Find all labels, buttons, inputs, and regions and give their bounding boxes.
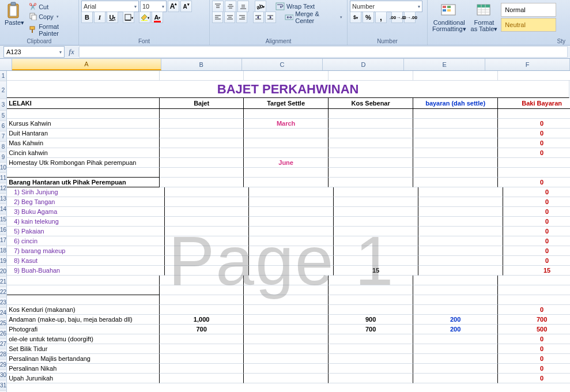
cell[interactable]: Cincin kahwin [7, 148, 160, 158]
cell[interactable] [244, 138, 329, 148]
cell[interactable] [418, 197, 503, 207]
copy-button[interactable]: Copy▾ [27, 12, 76, 22]
border-button[interactable]: ▾ [123, 12, 134, 23]
cell[interactable] [413, 109, 498, 119]
cell[interactable] [329, 354, 413, 364]
cell[interactable]: 1) Sirih Junjung [7, 187, 165, 197]
cell[interactable] [244, 276, 329, 285]
cell[interactable] [244, 168, 329, 178]
fill-color-button[interactable]: ▾ [139, 12, 150, 23]
cell[interactable] [413, 178, 498, 187]
cell[interactable]: 500 [498, 325, 570, 334]
cell[interactable] [334, 187, 418, 197]
cell[interactable] [413, 129, 498, 138]
cell[interactable] [498, 71, 570, 81]
cell[interactable]: Kursus Kahwin [7, 119, 160, 129]
cell[interactable]: 0 [498, 138, 570, 148]
cell[interactable] [160, 158, 244, 168]
cell[interactable] [249, 217, 334, 227]
format-as-table-button[interactable]: Formatas Table▾ [469, 1, 500, 32]
cell[interactable] [244, 71, 329, 81]
cell[interactable] [160, 109, 244, 119]
paste-button[interactable]: Paste▾ [2, 1, 27, 37]
cell[interactable] [329, 168, 413, 178]
select-all-corner[interactable] [0, 59, 12, 70]
cell[interactable] [413, 374, 498, 383]
header-baki[interactable]: Baki Bayaran [498, 98, 570, 109]
cell[interactable]: 0 [503, 197, 570, 207]
cell[interactable] [329, 178, 413, 187]
font-name-combo[interactable]: Arial▾ [81, 1, 139, 12]
percent-button[interactable]: % [363, 12, 374, 23]
cell[interactable] [7, 276, 160, 285]
cell[interactable] [160, 305, 244, 315]
cell[interactable] [160, 364, 244, 374]
cell[interactable] [329, 334, 413, 344]
cell[interactable] [249, 266, 334, 276]
row-header[interactable]: 16 [0, 225, 7, 235]
cell[interactable] [244, 109, 329, 119]
cell[interactable] [160, 295, 244, 305]
cell[interactable]: 8) Kasut [7, 256, 165, 266]
cell[interactable] [329, 148, 413, 158]
row-header[interactable]: 11 [0, 173, 7, 183]
row-header[interactable]: 22 [0, 287, 7, 297]
cell[interactable] [334, 207, 418, 217]
cell[interactable] [165, 227, 249, 236]
font-color-button[interactable]: A ▾ [152, 12, 163, 23]
cell[interactable] [418, 207, 503, 217]
col-header-f[interactable]: F [485, 59, 570, 70]
col-header-e[interactable]: E [404, 59, 485, 70]
cell[interactable]: 6) cincin [7, 236, 165, 246]
cell[interactable] [160, 374, 244, 383]
cell[interactable] [160, 344, 244, 354]
number-format-combo[interactable]: Number▾ [350, 1, 422, 12]
cell[interactable] [244, 364, 329, 374]
row-header[interactable]: 2 [0, 81, 7, 99]
cell[interactable]: 0 [503, 236, 570, 246]
cell[interactable] [7, 285, 160, 295]
cell[interactable] [165, 197, 249, 207]
cell[interactable]: 0 [498, 364, 570, 374]
align-center-button[interactable] [224, 12, 235, 23]
cell[interactable] [329, 285, 413, 295]
cell[interactable] [165, 207, 249, 217]
row-header[interactable]: 23 [0, 297, 7, 308]
cell[interactable] [413, 276, 498, 285]
cell[interactable]: 900 [329, 315, 413, 325]
col-header-b[interactable]: B [161, 59, 242, 70]
cell[interactable]: 0 [503, 187, 570, 197]
cell[interactable] [244, 354, 329, 364]
increase-decimal-button[interactable]: .00→.0 [391, 12, 403, 23]
cell[interactable] [244, 374, 329, 383]
cell[interactable]: 0 [503, 217, 570, 227]
cell[interactable]: 0 [503, 207, 570, 217]
header-kos[interactable]: Kos Sebenar [329, 98, 413, 109]
cell[interactable] [334, 227, 418, 236]
cell[interactable] [498, 276, 570, 285]
cell[interactable]: 0 [503, 227, 570, 236]
cell[interactable]: 0 [498, 129, 570, 138]
align-right-button[interactable] [236, 12, 247, 23]
row-header[interactable]: 28 [0, 349, 7, 360]
col-header-d[interactable]: D [323, 59, 404, 70]
cell[interactable]: 700 [160, 325, 244, 334]
cell[interactable] [413, 285, 498, 295]
cell[interactable]: Barang Hantaran utk Pihak Perempuan [7, 178, 160, 187]
cell[interactable]: 0 [498, 119, 570, 129]
row-header[interactable]: 9 [0, 152, 7, 163]
row-header[interactable]: 20 [0, 266, 7, 277]
cell[interactable] [249, 236, 334, 246]
cell[interactable] [244, 129, 329, 138]
cell[interactable] [7, 168, 160, 178]
fx-button[interactable]: fx [65, 47, 79, 56]
cell[interactable] [160, 178, 244, 187]
cell[interactable] [160, 119, 244, 129]
cell[interactable]: 15 [503, 266, 570, 276]
cell[interactable] [329, 295, 413, 305]
cell[interactable] [165, 266, 249, 276]
cell[interactable] [418, 236, 503, 246]
cell[interactable] [160, 276, 244, 285]
cell[interactable] [418, 256, 503, 266]
accounting-format-button[interactable]: $▾ [350, 12, 361, 23]
